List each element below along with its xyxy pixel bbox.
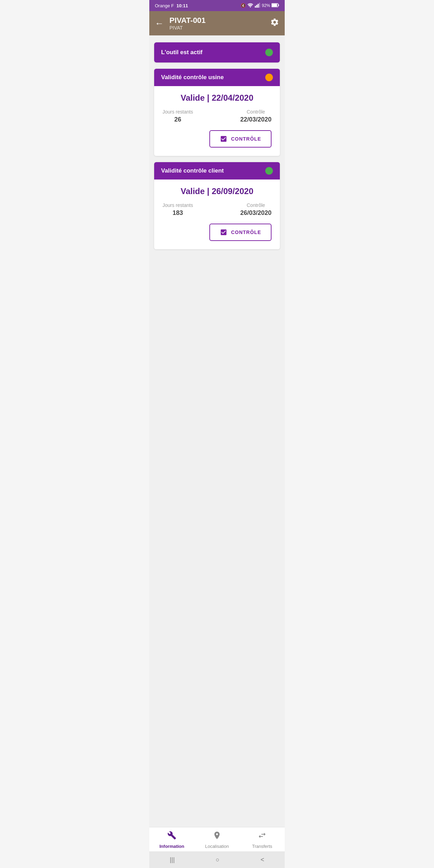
nav-label-localisation: Localisation — [205, 844, 229, 849]
transfer-icon — [258, 831, 267, 842]
android-recent-button[interactable]: ||| — [164, 855, 180, 865]
client-controle-button[interactable]: CONTRÔLE — [209, 224, 272, 241]
usine-card-body: Valide | 22/04/2020 Jours restants 26 Co… — [154, 86, 280, 156]
client-status-dot — [265, 167, 273, 175]
mute-icon: 🔇 — [241, 3, 246, 8]
signal-icon — [255, 3, 260, 9]
nav-item-information[interactable]: Information — [149, 831, 194, 849]
usine-controle-label: Contrôle — [247, 109, 265, 115]
usine-controle-button[interactable]: CONTRÔLE — [209, 130, 272, 148]
nav-label-information: Information — [159, 844, 184, 849]
client-validity-card: Validité contrôle client Valide | 26/09/… — [154, 162, 280, 249]
app-title: PIVAT-001 — [169, 16, 270, 25]
client-controle-label: Contrôle — [247, 202, 265, 208]
svg-rect-1 — [255, 6, 256, 8]
android-back-button[interactable]: < — [255, 855, 270, 865]
app-bar: ← PIVAT-001 PIVAT — [149, 11, 285, 35]
svg-rect-3 — [258, 4, 259, 8]
active-status-card: L'outil est actif — [154, 42, 280, 62]
client-card-header: Validité contrôle client — [154, 162, 280, 180]
nav-item-localisation[interactable]: Localisation — [194, 831, 240, 849]
nav-item-transferts[interactable]: Transferts — [240, 831, 285, 849]
active-card-title: L'outil est actif — [161, 49, 202, 56]
usine-card-header: Validité contrôle usine — [154, 69, 280, 86]
main-content: L'outil est actif Validité contrôle usin… — [149, 35, 285, 827]
client-card-body: Valide | 26/09/2020 Jours restants 183 C… — [154, 180, 280, 249]
wifi-icon — [247, 3, 253, 9]
android-nav-bar: ||| ○ < — [149, 851, 285, 868]
active-status-dot — [265, 49, 273, 56]
bottom-nav: Information Localisation Transferts — [149, 827, 285, 851]
usine-stats: Jours restants 26 Contrôle 22/03/2020 — [162, 109, 272, 123]
android-home-button[interactable]: ○ — [210, 855, 225, 865]
usine-jours-value: 26 — [174, 116, 181, 123]
usine-action: CONTRÔLE — [162, 130, 272, 148]
carrier-time: Orange F 10:11 — [155, 3, 188, 8]
status-icons: 🔇 92% — [241, 3, 279, 9]
usine-controle-stat: Contrôle 22/03/2020 — [240, 109, 272, 123]
active-card-header: L'outil est actif — [154, 42, 280, 62]
svg-rect-6 — [272, 4, 277, 7]
usine-check-icon — [220, 135, 227, 143]
svg-rect-4 — [259, 3, 260, 8]
nav-label-transferts: Transferts — [252, 844, 272, 849]
settings-button[interactable] — [270, 18, 279, 29]
svg-rect-2 — [256, 5, 257, 8]
client-jours-label: Jours restants — [162, 202, 193, 208]
client-stats: Jours restants 183 Contrôle 26/03/2020 — [162, 202, 272, 217]
usine-validity-date: Valide | 22/04/2020 — [162, 93, 272, 103]
app-subtitle: PIVAT — [169, 25, 270, 31]
svg-point-0 — [250, 6, 251, 7]
usine-card-title: Validité contrôle usine — [161, 74, 224, 81]
usine-controle-btn-label: CONTRÔLE — [231, 136, 261, 142]
usine-jours-label: Jours restants — [162, 109, 193, 115]
wrench-icon — [167, 831, 176, 842]
client-controle-stat: Contrôle 26/03/2020 — [240, 202, 272, 217]
client-validity-date: Valide | 26/09/2020 — [162, 186, 272, 196]
usine-controle-date: 22/03/2020 — [240, 116, 272, 123]
battery-percentage: 92% — [262, 3, 270, 8]
client-jours-value: 183 — [173, 209, 183, 217]
app-bar-title-block: PIVAT-001 PIVAT — [169, 16, 270, 31]
usine-status-dot — [265, 74, 273, 81]
back-button[interactable]: ← — [155, 19, 164, 28]
usine-validity-card: Validité contrôle usine Valide | 22/04/2… — [154, 69, 280, 156]
svg-rect-7 — [278, 4, 279, 6]
usine-jours-restants: Jours restants 26 — [162, 109, 193, 123]
status-bar: Orange F 10:11 🔇 92% — [149, 0, 285, 11]
client-check-icon — [220, 228, 227, 236]
client-controle-btn-label: CONTRÔLE — [231, 229, 261, 235]
location-icon — [212, 831, 222, 842]
client-card-title: Validité contrôle client — [161, 167, 224, 174]
battery-icon — [272, 3, 279, 8]
client-action: CONTRÔLE — [162, 224, 272, 241]
client-controle-date: 26/03/2020 — [240, 209, 272, 217]
client-jours-restants: Jours restants 183 — [162, 202, 193, 217]
